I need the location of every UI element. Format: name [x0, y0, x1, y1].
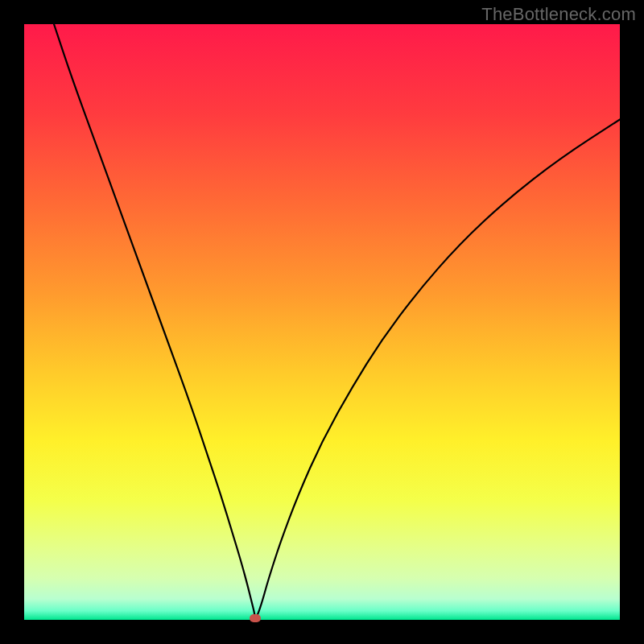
watermark-text: TheBottleneck.com	[481, 4, 636, 25]
bottleneck-curve	[24, 24, 620, 620]
minimum-marker	[250, 614, 261, 622]
chart-container: TheBottleneck.com	[0, 0, 644, 644]
plot-frame	[24, 24, 620, 620]
plot-area	[24, 24, 620, 620]
